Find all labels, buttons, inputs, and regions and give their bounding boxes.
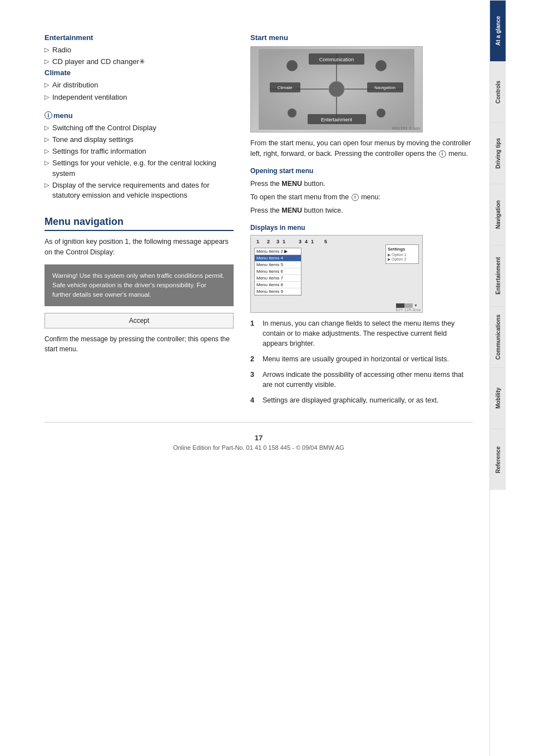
num-1: 1	[256, 239, 259, 244]
list-item: ▷ Switching off the Control Display	[44, 123, 234, 133]
svg-text:Navigation: Navigation	[374, 85, 395, 90]
accept-button[interactable]: Accept	[44, 313, 234, 328]
tab-driving-tips[interactable]: Driving tips	[490, 122, 506, 184]
tab-label: Mobility	[495, 388, 501, 409]
i-inline-icon-2: i	[352, 194, 359, 201]
num-3: 3	[276, 239, 279, 244]
tab-label: Entertainment	[495, 257, 501, 294]
i-inline-icon: i	[439, 150, 446, 158]
bullet-arrow-icon: ▷	[44, 124, 49, 132]
item-number: 2	[250, 354, 259, 364]
item-label: Independent ventilation	[52, 92, 127, 102]
item-text: Arrows indicate the possibility of acces…	[263, 370, 473, 390]
numbered-list: 1 In menus, you can change fields to sel…	[250, 318, 473, 406]
accept-label: Accept	[129, 317, 150, 325]
start-menu-section: Start menu	[250, 33, 473, 405]
tab-label: Controls	[495, 81, 501, 104]
scroll-icon: ▼	[414, 303, 418, 307]
menu-item-row: Menu items 6	[255, 268, 301, 275]
tab-communications[interactable]: Communications	[490, 306, 506, 367]
list-item: ▷ CD player and CD changer✳	[44, 57, 234, 67]
from-menu-description: From the start menu, you can open four m…	[250, 138, 473, 159]
page-container: Entertainment ▷ Radio ▷ CD player and CD…	[0, 0, 534, 756]
bullet-arrow-icon: ▷	[44, 93, 49, 101]
menu-navigation-heading: Menu navigation	[44, 216, 234, 231]
numbered-item: 2 Menu items are usually grouped in hori…	[250, 354, 473, 364]
settings-label: Settings	[388, 247, 417, 252]
num-8: 5	[324, 239, 327, 244]
display-numbers-row: 1 2 3 1 3 4 1 5	[256, 239, 419, 244]
list-item: ▷ Settings for traffic information	[44, 146, 234, 156]
climate-section: Climate ▷ Air distribution ▷ Independent…	[44, 68, 234, 102]
menu-item-row: Menu items 7	[255, 275, 301, 282]
numbered-item: 1 In menus, you can change fields to sel…	[250, 318, 473, 348]
item-number: 4	[250, 395, 259, 405]
tab-label: At a glance	[495, 16, 501, 46]
main-content: Entertainment ▷ Radio ▷ CD player and CD…	[0, 0, 490, 756]
num-5: 3	[299, 239, 301, 244]
item-label: Tone and display settings	[52, 135, 134, 145]
item-label: CD player and CD changer✳	[52, 57, 145, 67]
entertainment-heading: Entertainment	[44, 33, 234, 42]
numbered-item: 4 Settings are displayed graphically, nu…	[250, 395, 473, 405]
image-label: E61191 2.1en	[392, 126, 420, 131]
two-column-layout: Entertainment ▷ Radio ▷ CD player and CD…	[44, 33, 473, 411]
item-number: 3	[250, 370, 259, 390]
tab-label: Reference	[495, 446, 501, 473]
entertainment-section: Entertainment ▷ Radio ▷ CD player and CD…	[44, 33, 234, 67]
start-menu-svg: Communication Climate Navigation Enterta…	[259, 49, 414, 130]
scroll-bar	[396, 303, 413, 308]
list-item: ▷ Independent ventilation	[44, 92, 234, 102]
item-text: Menu items are usually grouped in horizo…	[263, 354, 449, 364]
svg-point-15	[377, 109, 385, 117]
tab-label: Communications	[495, 315, 501, 360]
settings-content: ▶ Option 1▶ Option 2	[388, 253, 417, 262]
opening-line2: To open the start menu from the i menu:	[250, 192, 473, 203]
i-menu-section: i menu ▷ Switching off the Control Displ…	[44, 111, 234, 200]
menu-navigation-section: Menu navigation As of ignition key posit…	[44, 216, 234, 354]
opening-start-menu-heading: Opening start menu	[250, 167, 473, 175]
item-label: Air distribution	[52, 80, 98, 90]
tab-label: Navigation	[495, 200, 501, 229]
tab-reference[interactable]: Reference	[490, 429, 506, 490]
tab-navigation[interactable]: Navigation	[490, 184, 506, 245]
menu-items-list: Menu items 2 ▶ Menu items 4 Menu items 5…	[254, 248, 301, 296]
menu-item-row: Menu items 8	[255, 282, 301, 288]
page-number: 17	[44, 434, 473, 442]
bullet-arrow-icon: ▷	[44, 81, 49, 89]
menu-navigation-body: As of ignition key position 1, the follo…	[44, 237, 234, 258]
confirm-text: Confirm the message by pressing the cont…	[44, 334, 234, 354]
svg-text:Entertainment: Entertainment	[321, 117, 353, 122]
num-6: 4	[305, 239, 308, 244]
tab-at-a-glance[interactable]: At a glance	[490, 0, 506, 61]
menu-item-row: Menu items 5	[255, 262, 301, 268]
scroll-indicator: ▼	[396, 303, 418, 308]
numbered-item: 3 Arrows indicate the possibility of acc…	[250, 370, 473, 390]
menu-keyword-1: MENU	[281, 180, 302, 188]
num-2: 2	[267, 239, 270, 244]
svg-point-11	[329, 81, 344, 97]
item-label: Settings for traffic information	[52, 146, 146, 156]
left-column: Entertainment ▷ Radio ▷ CD player and CD…	[44, 33, 234, 411]
bullet-arrow-icon: ▷	[44, 135, 49, 144]
bullet-arrow-icon: ▷	[44, 147, 49, 155]
svg-text:Climate: Climate	[277, 85, 293, 90]
bullet-arrow-icon: ▷	[44, 57, 49, 66]
tab-label: Driving tips	[495, 138, 501, 169]
tab-controls[interactable]: Controls	[490, 61, 506, 122]
bullet-arrow-icon: ▷	[44, 159, 49, 167]
footer-text: Online Edition for Part-No. 01 41 0 158 …	[44, 444, 473, 451]
chapter-tabs: At a glance Controls Driving tips Naviga…	[490, 0, 505, 756]
tab-entertainment[interactable]: Entertainment	[490, 245, 506, 306]
tab-mobility[interactable]: Mobility	[490, 367, 506, 429]
item-label: Display of the service requirements and …	[52, 180, 234, 200]
image-id-label: E2Y 11R.3cca	[395, 308, 421, 312]
warning-text: Warning! Use this system only when traff…	[52, 272, 224, 298]
opening-line1: Press the MENU button.	[250, 178, 473, 189]
displays-in-menu-heading: Displays in menu	[250, 224, 473, 232]
displays-diagram: 1 2 3 1 3 4 1 5 Menu items	[250, 235, 423, 313]
page-footer: 17 Online Edition for Part-No. 01 41 0 1…	[44, 422, 473, 456]
bullet-arrow-icon: ▷	[44, 46, 49, 54]
menu-item-row: Menu items 4	[255, 255, 301, 262]
list-item: ▷ Radio	[44, 45, 234, 55]
